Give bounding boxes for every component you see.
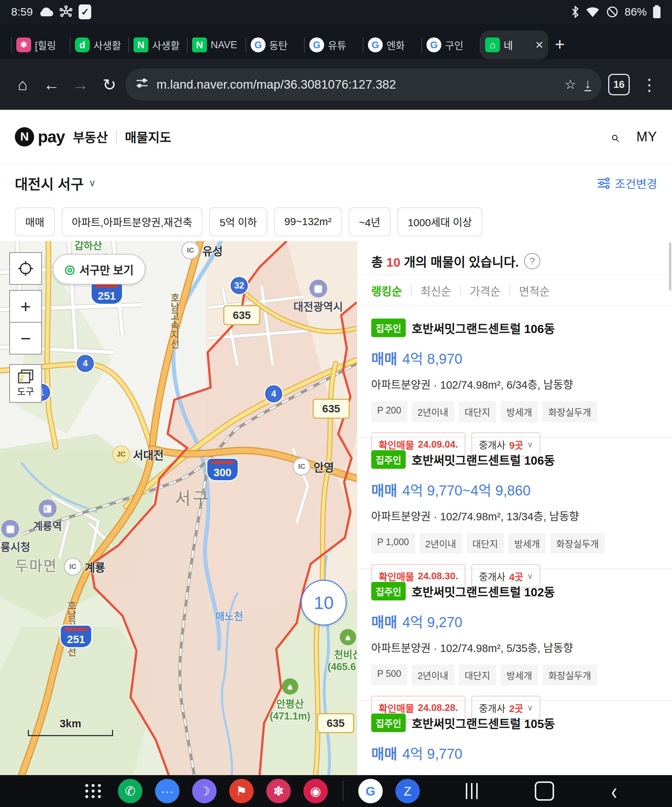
- filter-chip[interactable]: 아파트,아파트분양권,재건축: [61, 207, 203, 236]
- map-pin-icon: ◎: [65, 262, 75, 276]
- filter-chip[interactable]: 매매: [15, 207, 55, 236]
- back-nav-button[interactable]: ‹: [611, 778, 617, 804]
- browser-tab[interactable]: N사생활: [129, 30, 187, 59]
- region-selector[interactable]: 대전시 서구 ∨: [15, 173, 96, 193]
- browser-tab[interactable]: G구인: [422, 30, 481, 59]
- flower-app-icon[interactable]: ✽: [266, 779, 291, 803]
- phone-app-icon[interactable]: ✆: [118, 779, 143, 803]
- browser-menu-button[interactable]: ⋮: [636, 75, 662, 94]
- listing-cluster-marker[interactable]: 10: [301, 580, 347, 626]
- wifi-icon: [585, 6, 600, 18]
- browser-tab[interactable]: NNAVE: [187, 30, 246, 59]
- filter-chip[interactable]: 5억 이하: [209, 207, 267, 236]
- map-tools-button[interactable]: 도구: [9, 364, 42, 403]
- filter-chip[interactable]: ~4년: [348, 207, 391, 236]
- google-app-icon[interactable]: G: [358, 779, 383, 803]
- npay-logo[interactable]: N pay 부동산: [15, 127, 108, 146]
- stream-label: 매노천: [216, 609, 243, 623]
- battery-percent: 86%: [624, 5, 647, 18]
- city-name: 계룡시청: [0, 541, 30, 553]
- home-button[interactable]: ⌂: [10, 75, 36, 94]
- messages-app-icon[interactable]: ···: [155, 779, 179, 803]
- mountain-elevation: (465.6m): [327, 661, 357, 673]
- district-only-button[interactable]: ◎ 서구만 보기: [53, 254, 145, 284]
- url-bar[interactable]: m.land.naver.com/map/36.3081076:127.382 …: [125, 69, 602, 101]
- browser-tab[interactable]: G유튜: [305, 30, 363, 59]
- search-icon[interactable]: ⌕: [611, 128, 619, 146]
- filter-chip[interactable]: 1000세대 이상: [397, 207, 482, 236]
- tab-title: 유튜: [328, 38, 347, 52]
- url-text[interactable]: m.land.naver.com/map/36.3081076:127.382: [156, 78, 556, 91]
- red-app-icon[interactable]: ⚑: [229, 779, 254, 803]
- scale-bar: [28, 730, 113, 736]
- zoom-in-button[interactable]: +: [9, 290, 42, 323]
- browser-tab[interactable]: ⌂네✕: [481, 30, 548, 59]
- browser-tab[interactable]: ✱[힐링: [12, 30, 70, 59]
- download-icon[interactable]: ↓: [584, 78, 591, 91]
- listing-card[interactable]: 집주인호반써밋그랜드센트럴 106동매매4억 8,970아파트분양권 · 102…: [357, 306, 672, 438]
- reload-button[interactable]: ↻: [96, 75, 123, 94]
- listing-price: 매매4억 8,970: [371, 347, 658, 368]
- help-icon[interactable]: ?: [524, 253, 540, 269]
- sort-separator: [411, 285, 411, 296]
- internet-app-icon[interactable]: ☽: [192, 779, 217, 803]
- bookmark-star-icon[interactable]: ☆: [564, 77, 576, 92]
- filter-sliders-icon: [597, 177, 611, 189]
- page-title: 매물지도: [125, 128, 171, 146]
- forward-button[interactable]: →: [68, 75, 93, 94]
- site-settings-icon[interactable]: [136, 77, 148, 93]
- listing-tag: P 500: [371, 664, 407, 685]
- sort-option[interactable]: 최신순: [421, 282, 451, 299]
- sort-separator: [509, 285, 510, 296]
- home-nav-button[interactable]: [535, 781, 554, 801]
- listing-tag: 대단지: [466, 533, 504, 554]
- station-label: ◨계룡역: [33, 500, 61, 533]
- filter-chip[interactable]: 99~132m²: [274, 207, 342, 236]
- sort-option[interactable]: 면적순: [519, 282, 549, 299]
- listing-tag: 대단지: [459, 664, 496, 685]
- condition-change-button[interactable]: 조건변경: [597, 175, 657, 191]
- listing-panel: 총 10 개의 매물이 있습니다. ? 랭킹순최신순가격순면적순 집주인호반써밋…: [357, 241, 672, 775]
- zoom-out-button[interactable]: −: [9, 322, 42, 355]
- tab-cut-edge[interactable]: [2, 30, 12, 59]
- recents-button[interactable]: [466, 783, 478, 799]
- tab-counter-button[interactable]: 16: [608, 74, 630, 95]
- interchange-icon: IC: [64, 558, 81, 576]
- listing-card[interactable]: 집주인호반써밋그랜드센트럴 106동매매4억 9,770~4억 9,860아파트…: [357, 438, 672, 569]
- listing-tags: P 1,0002년이내대단지방세개화장실두개: [371, 533, 658, 554]
- chevron-down-icon: ∨: [89, 177, 96, 189]
- map-area[interactable]: 갑하산(468.7m)IC유성32▦대전광역시호남고속지선25114635JC서…: [0, 241, 357, 775]
- my-menu-button[interactable]: MY: [636, 129, 657, 144]
- listing-card[interactable]: 집주인호반써밋그랜드센트럴 105동매매4억 9,770: [357, 701, 672, 775]
- new-tab-button[interactable]: +: [555, 34, 565, 54]
- price-value: 4억 9,770~4억 9,860: [402, 483, 531, 498]
- listing-tag: 2년이내: [411, 401, 454, 422]
- tab-title: 동탄: [269, 38, 288, 52]
- nav-divider: [343, 781, 343, 801]
- interchange-label: IC안영: [293, 458, 334, 475]
- sort-option[interactable]: 랭킹순: [371, 282, 402, 299]
- interchange-label: IC유성: [181, 241, 222, 259]
- interchange-icon: IC: [181, 241, 199, 259]
- tab-close-button[interactable]: ✕: [535, 39, 544, 51]
- clock: 8:59: [11, 5, 33, 18]
- blue-app-icon[interactable]: Z: [395, 779, 420, 803]
- local-route-badge: 635: [313, 399, 350, 419]
- mountain-name: 천비산: [334, 649, 357, 661]
- route-shield: 4: [76, 354, 95, 373]
- mountain-icon: ▲: [340, 629, 356, 645]
- naver-favicon-icon: N: [192, 37, 207, 52]
- current-location-button[interactable]: [9, 252, 42, 285]
- panel-scrollbar[interactable]: [669, 242, 671, 291]
- listing-card[interactable]: 집주인호반써밋그랜드센트럴 102동매매4억 9,270아파트분양권 · 102…: [357, 569, 672, 701]
- browser-tab[interactable]: G엔화: [363, 30, 422, 59]
- service-label[interactable]: 부동산: [73, 128, 108, 146]
- listing-tag: 화장실두개: [543, 664, 597, 685]
- sort-option[interactable]: 가격순: [470, 282, 501, 299]
- app-drawer-button[interactable]: [85, 784, 101, 798]
- browser-tab[interactable]: G동탄: [246, 30, 305, 59]
- camera-app-icon[interactable]: ◉: [304, 779, 328, 803]
- browser-tab[interactable]: d사생활: [70, 30, 129, 59]
- deal-type-label: 매매: [371, 746, 397, 762]
- back-button[interactable]: ←: [38, 75, 65, 94]
